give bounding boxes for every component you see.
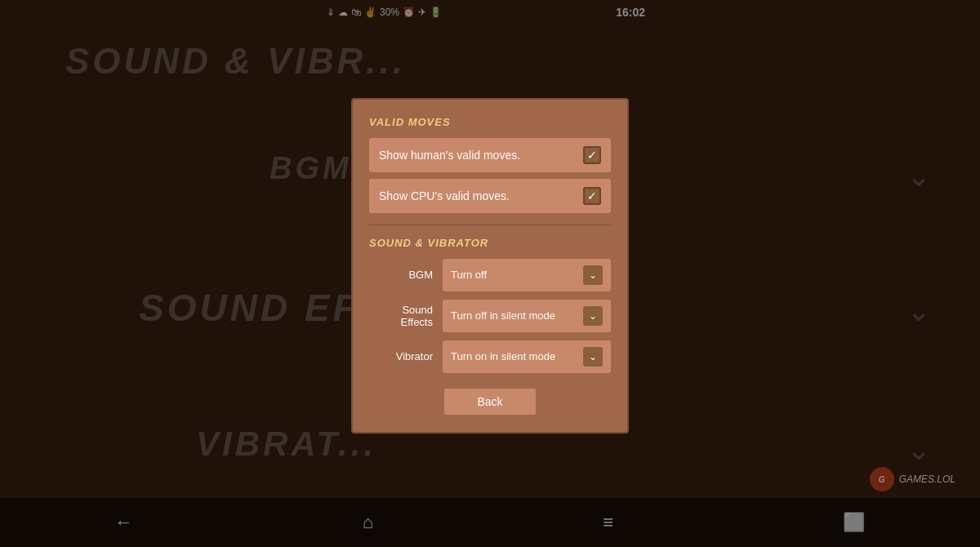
bgm-dropdown[interactable]: Turn off ⌄ <box>443 259 611 291</box>
sound-effects-row: Sound Effects Turn off in silent mode ⌄ <box>369 300 611 332</box>
bgm-value: Turn off <box>451 269 487 281</box>
bgm-label: BGM <box>369 269 443 281</box>
cpu-valid-moves-checkbox[interactable]: ✓ <box>583 187 601 205</box>
bgm-row: BGM Turn off ⌄ <box>369 259 611 291</box>
vibrator-dropdown[interactable]: Turn on in silent mode ⌄ <box>443 340 611 373</box>
sound-effects-dropdown-arrow[interactable]: ⌄ <box>583 306 603 326</box>
bgm-dropdown-arrow[interactable]: ⌄ <box>583 265 603 285</box>
sound-vibrator-title: SOUND & VIBRATOR <box>369 237 611 249</box>
sound-effects-dropdown[interactable]: Turn off in silent mode ⌄ <box>443 300 611 332</box>
section-divider <box>369 225 611 225</box>
settings-dialog: VALID MOVES Show human's valid moves. ✓ … <box>351 98 629 434</box>
human-valid-moves-label: Show human's valid moves. <box>379 149 520 162</box>
valid-moves-title: VALID MOVES <box>369 116 611 128</box>
vibrator-label: Vibrator <box>369 350 443 362</box>
cpu-valid-moves-row[interactable]: Show CPU's valid moves. ✓ <box>369 179 611 213</box>
human-valid-moves-checkbox[interactable]: ✓ <box>583 146 601 164</box>
modal-overlay: VALID MOVES Show human's valid moves. ✓ … <box>0 0 980 547</box>
cpu-valid-moves-label: Show CPU's valid moves. <box>379 189 510 202</box>
back-button[interactable]: Back <box>443 388 536 416</box>
sound-effects-value: Turn off in silent mode <box>451 309 555 322</box>
sound-effects-label: Sound Effects <box>369 304 443 328</box>
vibrator-row: Vibrator Turn on in silent mode ⌄ <box>369 340 611 373</box>
vibrator-value: Turn on in silent mode <box>451 350 555 362</box>
human-valid-moves-row[interactable]: Show human's valid moves. ✓ <box>369 138 611 172</box>
vibrator-dropdown-arrow[interactable]: ⌄ <box>583 347 603 367</box>
